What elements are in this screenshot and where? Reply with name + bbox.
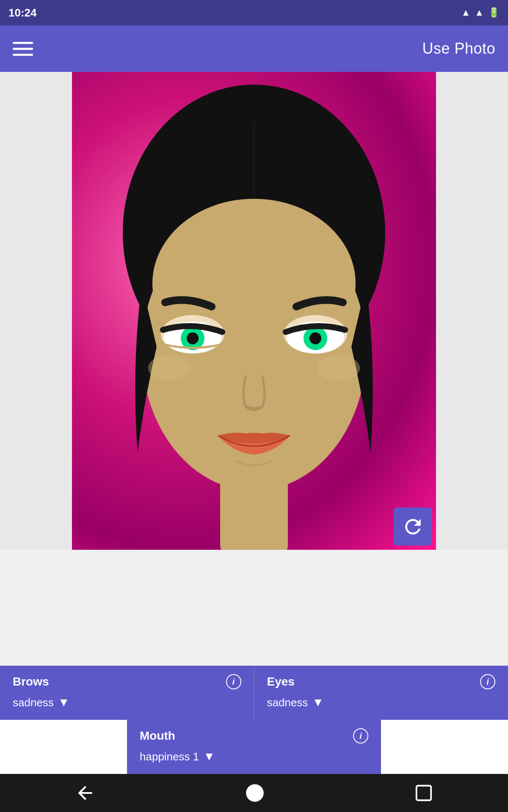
eyes-dropdown-arrow[interactable]: ▼ [312, 696, 324, 709]
svg-point-17 [246, 784, 264, 802]
mouth-label-row: Mouth i [140, 728, 368, 743]
svg-point-14 [309, 332, 321, 344]
brows-info-button[interactable]: i [226, 674, 241, 689]
face-canvas [72, 72, 436, 550]
svg-point-16 [318, 355, 360, 381]
use-photo-button[interactable]: Use Photo [422, 40, 495, 58]
eyes-label-row: Eyes i [267, 674, 496, 689]
mouth-info-button[interactable]: i [353, 728, 368, 743]
recent-apps-icon [414, 783, 433, 803]
back-icon [75, 782, 96, 804]
eyes-control-section: Eyes i sadness ▼ [254, 666, 508, 720]
brows-control-section: Brows i sadness ▼ [0, 666, 254, 720]
mouth-label: Mouth [140, 729, 175, 743]
mouth-dropdown[interactable]: happiness 1 ▼ [140, 750, 368, 763]
right-margin [436, 72, 508, 550]
back-button[interactable] [75, 782, 96, 804]
signal-icon: ▲ [475, 7, 484, 18]
recent-apps-button[interactable] [414, 783, 433, 803]
hamburger-menu-icon[interactable] [13, 42, 33, 56]
home-icon [244, 782, 265, 804]
eyes-label: Eyes [267, 675, 295, 689]
bottom-controls-row: Mouth i happiness 1 ▼ [0, 720, 508, 774]
svg-rect-18 [417, 786, 431, 801]
left-margin [0, 72, 72, 550]
battery-icon: 🔋 [488, 7, 500, 18]
home-button[interactable] [244, 782, 265, 804]
emotion-controls: Brows i sadness ▼ Eyes i sadness ▼ Mouth [0, 666, 508, 774]
brows-label: Brows [13, 675, 49, 689]
brows-value: sadness [13, 696, 54, 709]
mouth-value: happiness 1 [140, 750, 199, 763]
mouth-control-section: Mouth i happiness 1 ▼ [127, 720, 381, 774]
svg-point-15 [148, 355, 190, 381]
refresh-button[interactable] [394, 508, 432, 546]
status-time: 10:24 [8, 6, 37, 19]
refresh-icon [401, 515, 425, 538]
eyes-dropdown[interactable]: sadness ▼ [267, 696, 496, 709]
mouth-dropdown-arrow[interactable]: ▼ [203, 750, 215, 763]
nav-bar [0, 774, 508, 812]
brows-dropdown[interactable]: sadness ▼ [13, 696, 241, 709]
status-bar: 10:24 ▲ ▲ 🔋 [0, 0, 508, 25]
brows-dropdown-arrow[interactable]: ▼ [58, 696, 70, 709]
eyes-info-button[interactable]: i [480, 674, 495, 689]
status-icons: ▲ ▲ 🔋 [461, 7, 500, 18]
eyes-value: sadness [267, 696, 308, 709]
wifi-icon: ▲ [461, 7, 470, 18]
brows-label-row: Brows i [13, 674, 241, 689]
app-bar: Use Photo [0, 25, 508, 72]
face-svg [72, 72, 436, 550]
svg-point-10 [187, 332, 199, 344]
face-area [0, 72, 508, 550]
top-controls-row: Brows i sadness ▼ Eyes i sadness ▼ [0, 666, 508, 720]
